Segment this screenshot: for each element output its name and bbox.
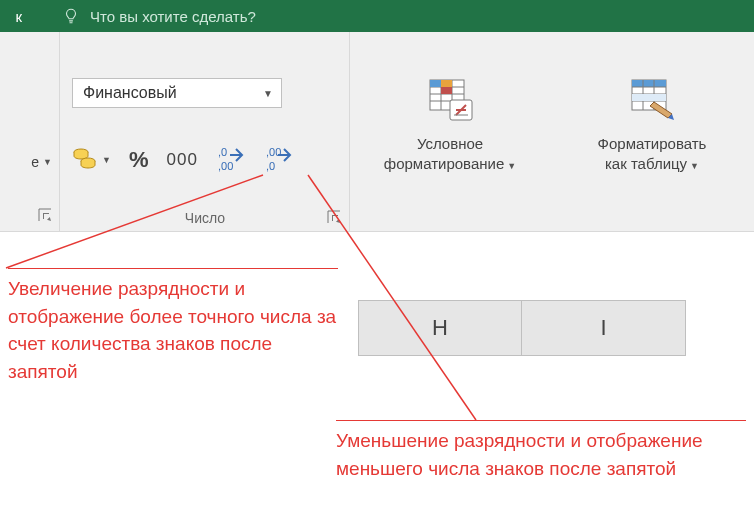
percent-style-button[interactable]: % <box>129 142 149 178</box>
svg-rect-16 <box>441 87 452 94</box>
svg-text:,00: ,00 <box>266 146 281 158</box>
svg-text:,0: ,0 <box>266 160 275 172</box>
partial-dropdown-label: е <box>31 154 39 170</box>
column-header-h[interactable]: H <box>358 300 522 356</box>
chevron-down-icon: ▼ <box>690 161 699 171</box>
tell-me-search[interactable]: Что вы хотите сделать? <box>62 7 256 25</box>
svg-rect-28 <box>632 94 666 101</box>
dialog-launcher-icon[interactable] <box>38 208 52 222</box>
chevron-down-icon: ▼ <box>507 161 516 171</box>
tell-me-placeholder: Что вы хотите сделать? <box>90 8 256 25</box>
ribbon-group-conditional-formatting: Условное форматирование▼ <box>350 32 550 232</box>
percent-icon: % <box>129 147 149 173</box>
chevron-down-icon: ▼ <box>102 155 111 165</box>
dialog-launcher-icon[interactable] <box>327 210 341 224</box>
ribbon-group-partial-left: е ▼ <box>0 32 60 232</box>
thousand-separator-label: 000 <box>166 150 197 170</box>
svg-rect-15 <box>441 80 452 87</box>
partial-dropdown[interactable]: е ▼ <box>0 147 60 177</box>
svg-rect-14 <box>430 80 441 87</box>
ribbon-group-format-as-table: Форматировать как таблицу▼ <box>550 32 754 232</box>
ribbon-group-number: Финансовый ▼ ▼ % <box>60 32 350 232</box>
column-headers: H I <box>358 300 686 356</box>
increase-decimal-button[interactable]: ,0 ,00 <box>216 142 246 178</box>
comma-style-button[interactable]: 000 <box>166 142 197 178</box>
lightbulb-icon <box>62 7 80 25</box>
svg-text:,0: ,0 <box>218 146 227 158</box>
svg-text:,00: ,00 <box>218 160 233 172</box>
decrease-decimal-button[interactable]: ,00 ,0 <box>264 142 294 178</box>
format-as-table-button[interactable]: Форматировать как таблицу▼ <box>550 78 754 173</box>
increase-decimal-icon: ,0 ,00 <box>216 144 246 176</box>
conditional-formatting-icon <box>426 78 474 126</box>
title-bar: к Что вы хотите сделать? <box>0 0 754 32</box>
conditional-formatting-label-2: форматирование <box>384 155 504 172</box>
format-as-table-label-2: как таблицу <box>605 155 687 172</box>
column-header-i[interactable]: I <box>522 300 686 356</box>
conditional-formatting-button[interactable]: Условное форматирование▼ <box>360 78 540 173</box>
coins-icon <box>72 146 98 174</box>
active-tab-fragment: к <box>0 8 22 25</box>
format-as-table-icon <box>628 108 676 125</box>
number-format-combo[interactable]: Финансовый ▼ <box>72 78 282 108</box>
chevron-down-icon: ▼ <box>43 157 52 167</box>
svg-rect-22 <box>632 80 666 87</box>
accounting-format-button[interactable]: ▼ <box>72 142 111 178</box>
number-format-selected: Финансовый <box>83 84 177 102</box>
chevron-down-icon: ▼ <box>263 88 273 99</box>
annotation-increase-decimal: Увеличение разрядности и отображение бол… <box>8 268 338 385</box>
conditional-formatting-label-1: Условное <box>360 134 540 154</box>
decrease-decimal-icon: ,00 ,0 <box>264 144 294 176</box>
ribbon: е ▼ Финансовый ▼ <box>0 32 754 232</box>
annotation-decrease-decimal: Уменьшение разрядности и отображение мен… <box>336 420 746 482</box>
number-group-label: Число <box>60 210 350 226</box>
format-as-table-label-1: Форматировать <box>550 134 754 154</box>
